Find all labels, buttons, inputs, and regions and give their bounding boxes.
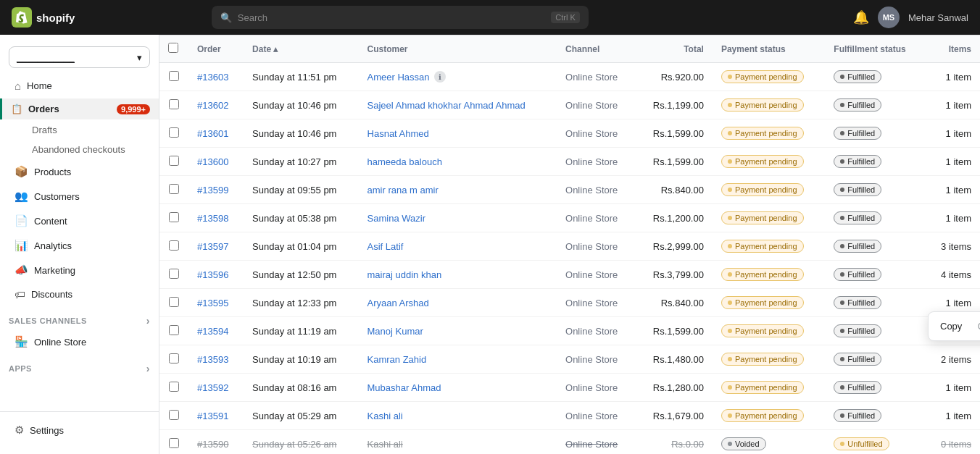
table-row[interactable]: #13591Sunday at 05:29 amKashi aliOnline … bbox=[159, 402, 980, 430]
row-checkbox-cell[interactable] bbox=[159, 261, 188, 289]
channel-cell: Online Store bbox=[557, 430, 636, 455]
order-number-cell: #13599 bbox=[188, 176, 244, 204]
products-icon: 📦 bbox=[14, 165, 28, 178]
row-checkbox[interactable] bbox=[169, 410, 179, 420]
header-date[interactable]: Date ▴ bbox=[244, 35, 358, 63]
orders-badge: 9,999+ bbox=[117, 104, 150, 114]
payment-status-cell: Voided bbox=[713, 430, 825, 455]
row-checkbox[interactable] bbox=[169, 212, 179, 222]
row-checkbox-cell[interactable] bbox=[159, 402, 188, 430]
row-checkbox-cell[interactable] bbox=[159, 430, 188, 455]
table-row[interactable]: #13599Sunday at 09:55 pmamir rana m amir… bbox=[159, 176, 980, 204]
table-row[interactable]: #13596Sunday at 12:50 pmmairaj uddin kha… bbox=[159, 261, 980, 289]
sidebar-item-abandoned[interactable]: Abandoned checkouts bbox=[6, 140, 153, 159]
header-items[interactable]: Items bbox=[926, 35, 980, 63]
table-row[interactable]: #13593Sunday at 10:19 amKamran ZahidOnli… bbox=[159, 345, 980, 374]
order-number: #13603 bbox=[197, 72, 228, 83]
row-checkbox[interactable] bbox=[169, 184, 179, 194]
row-checkbox-cell[interactable] bbox=[159, 232, 188, 261]
items-cell: 0 items bbox=[926, 430, 980, 455]
search-bar[interactable]: 🔍 Ctrl K bbox=[212, 6, 589, 29]
table-row[interactable]: #13598Sunday at 05:38 pmSamina WazirOnli… bbox=[159, 204, 980, 232]
header-order[interactable]: Order bbox=[188, 35, 244, 63]
header-channel[interactable]: Channel bbox=[557, 35, 636, 63]
fulfillment-status-badge: Fulfilled bbox=[834, 183, 881, 196]
row-checkbox[interactable] bbox=[169, 353, 179, 363]
table-row[interactable]: #13590Sunday at 05:26 amKashi aliOnline … bbox=[159, 430, 980, 455]
row-checkbox-cell[interactable] bbox=[159, 204, 188, 232]
shopify-logo[interactable]: shopify bbox=[12, 7, 75, 28]
channel-cell: Online Store bbox=[557, 91, 636, 119]
table-row[interactable]: #13601Sunday at 10:46 pmHasnat AhmedOnli… bbox=[159, 119, 980, 148]
row-checkbox-cell[interactable] bbox=[159, 119, 188, 148]
select-all-checkbox[interactable] bbox=[168, 43, 178, 53]
fulfillment-status-badge: Fulfilled bbox=[834, 211, 881, 224]
date-cell: Sunday at 05:26 am bbox=[244, 430, 358, 455]
order-number: #13600 bbox=[197, 156, 228, 167]
row-checkbox[interactable] bbox=[169, 156, 179, 166]
row-checkbox-cell[interactable] bbox=[159, 148, 188, 176]
row-checkbox-cell[interactable] bbox=[159, 374, 188, 402]
header-customer[interactable]: Customer bbox=[359, 35, 557, 63]
expand-apps-icon[interactable]: › bbox=[146, 363, 150, 374]
row-checkbox[interactable] bbox=[169, 325, 179, 335]
marketing-icon: 📣 bbox=[14, 264, 28, 277]
fulfillment-status-cell: Fulfilled bbox=[825, 176, 926, 204]
discounts-icon: 🏷 bbox=[14, 288, 25, 300]
context-menu-copy[interactable]: Copy Ctrl+C bbox=[929, 315, 980, 337]
sidebar-item-orders[interactable]: 📋 Orders 9,999+ bbox=[0, 98, 159, 119]
search-input[interactable] bbox=[238, 12, 546, 23]
total-cell: Rs.0.00 bbox=[636, 430, 713, 455]
table-row[interactable]: #13597Sunday at 01:04 pmAsif LatifOnline… bbox=[159, 232, 980, 261]
sidebar-item-analytics[interactable]: 📊 Analytics bbox=[6, 234, 153, 257]
orders-container: Order Date ▴ Customer Channel Total Paym… bbox=[159, 35, 980, 454]
header-checkbox[interactable] bbox=[159, 35, 188, 63]
sidebar-item-products[interactable]: 📦 Products bbox=[6, 160, 153, 183]
notifications-button[interactable]: 🔔 bbox=[853, 9, 869, 25]
row-checkbox[interactable] bbox=[169, 269, 179, 279]
row-checkbox[interactable] bbox=[169, 240, 179, 251]
header-total[interactable]: Total bbox=[636, 35, 713, 63]
items-cell: 1 item bbox=[926, 148, 980, 176]
expand-icon[interactable]: › bbox=[146, 315, 150, 327]
sidebar-item-discounts[interactable]: 🏷 Discounts bbox=[6, 283, 153, 306]
sidebar-item-customers[interactable]: 👥 Customers bbox=[6, 185, 153, 208]
total-cell: Rs.1,599.00 bbox=[636, 317, 713, 345]
table-row[interactable]: #13600Sunday at 10:27 pmhameeda balouchO… bbox=[159, 148, 980, 176]
row-checkbox[interactable] bbox=[169, 71, 179, 81]
row-checkbox-cell[interactable] bbox=[159, 317, 188, 345]
date-cell: Sunday at 09:55 pm bbox=[244, 176, 358, 204]
row-checkbox-cell[interactable] bbox=[159, 345, 188, 374]
header-fulfillment-status[interactable]: Fulfillment status bbox=[825, 35, 926, 63]
sidebar-item-content[interactable]: 📄 Content bbox=[6, 209, 153, 232]
row-checkbox-cell[interactable] bbox=[159, 289, 188, 317]
table-row[interactable]: #13592Sunday at 08:16 amMubashar AhmadOn… bbox=[159, 374, 980, 402]
row-checkbox[interactable] bbox=[169, 438, 179, 448]
total-cell: Rs.1,679.00 bbox=[636, 402, 713, 430]
row-checkbox[interactable] bbox=[169, 297, 179, 307]
abandoned-label: Abandoned checkouts bbox=[32, 144, 125, 155]
sidebar-item-online-store[interactable]: 🏪 Online Store bbox=[6, 330, 153, 353]
sidebar-item-settings[interactable]: ⚙ Settings bbox=[6, 419, 153, 442]
header-payment-status[interactable]: Payment status bbox=[713, 35, 825, 63]
row-checkbox[interactable] bbox=[169, 127, 179, 138]
row-checkbox[interactable] bbox=[169, 99, 179, 109]
payment-status-badge: Payment pending bbox=[721, 240, 804, 253]
sidebar-item-marketing[interactable]: 📣 Marketing bbox=[6, 258, 153, 282]
table-row[interactable]: #13594Sunday at 11:19 amManoj KumarOnlin… bbox=[159, 317, 980, 345]
table-row[interactable]: #13595Sunday at 12:33 pmAryaan ArshadOnl… bbox=[159, 289, 980, 317]
sidebar-item-home[interactable]: ⌂ Home bbox=[6, 75, 153, 97]
sidebar-item-label: Discounts bbox=[31, 289, 72, 300]
payment-status-badge: Payment pending bbox=[721, 409, 804, 422]
row-checkbox-cell[interactable] bbox=[159, 63, 188, 91]
row-checkbox[interactable] bbox=[169, 382, 179, 392]
items-cell: 3 items bbox=[926, 232, 980, 261]
store-selector[interactable]: ___________ ▾ bbox=[9, 46, 150, 68]
row-checkbox-cell[interactable] bbox=[159, 91, 188, 119]
payment-status-cell: Payment pending bbox=[713, 402, 825, 430]
customer-cell: Kashi ali bbox=[359, 430, 557, 455]
table-row[interactable]: #13602Sunday at 10:46 pmSajeel Ahmad kho… bbox=[159, 91, 980, 119]
row-checkbox-cell[interactable] bbox=[159, 176, 188, 204]
sidebar-item-drafts[interactable]: Drafts bbox=[6, 121, 153, 139]
table-row[interactable]: #13603Sunday at 11:51 pmAmeer HassanℹOnl… bbox=[159, 63, 980, 91]
